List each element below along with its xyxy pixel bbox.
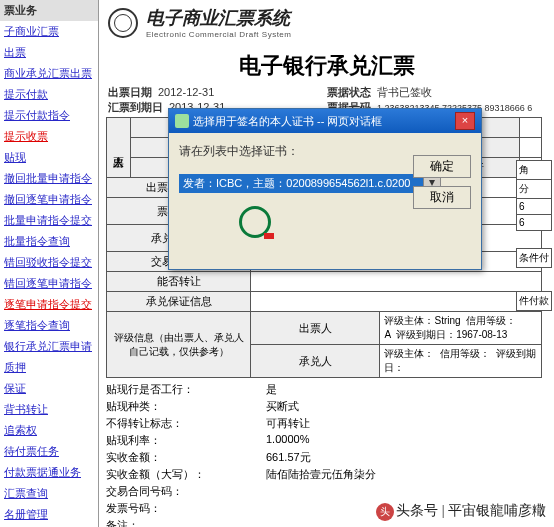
sidebar-item[interactable]: 撤回逐笔申请指令 xyxy=(0,189,98,210)
kv-row: 实收金额（大写）：陆佰陆拾壹元伍角柒分 xyxy=(106,467,554,482)
logo-area: 电子商业汇票系统 Electronic Commercial Draft Sys… xyxy=(100,0,554,45)
kv-row: 贴现行是否工行：是 xyxy=(106,382,554,397)
kv-value: 是 xyxy=(266,382,554,397)
sidebar-item[interactable]: 批量指令查询 xyxy=(0,231,98,252)
sidebar-item[interactable]: 汇票查询 xyxy=(0,483,98,504)
sidebar-item[interactable]: 撤回批量申请指令 xyxy=(0,168,98,189)
sidebar-item[interactable]: 子商业汇票 xyxy=(0,21,98,42)
sidebar-item[interactable]: 待付票任务 xyxy=(0,441,98,462)
dialog-ok-button[interactable]: 确定 xyxy=(413,155,471,178)
kv-key: 不得转让标志： xyxy=(106,416,266,431)
sidebar-item[interactable]: 名册管理 xyxy=(0,504,98,525)
kv-key: 贴现利率： xyxy=(106,433,266,448)
kv-row: 实收金额：661.57元 xyxy=(106,450,554,465)
kv-row: 贴现利率：1.0000% xyxy=(106,433,554,448)
kv-key: 贴现行是否工行： xyxy=(106,382,266,397)
sidebar-item[interactable]: 背书转让 xyxy=(0,399,98,420)
sidebar-item[interactable]: 追索权 xyxy=(0,420,98,441)
dialog-titlebar: 选择用于签名的本人证书 -- 网页对话框 × xyxy=(169,109,481,133)
kv-row: 交易合同号码： xyxy=(106,484,554,499)
kv-key: 实收金额： xyxy=(106,450,266,465)
cert-select[interactable]: 发者：ICBC，主题：0200899654562l1.c.0200 xyxy=(179,174,423,193)
due-date-label: 汇票到期日 xyxy=(108,101,163,113)
sidebar-item[interactable]: 错回驳收指令提交 xyxy=(0,252,98,273)
drawer-p: 出票人 xyxy=(251,312,380,345)
sidebar-item[interactable]: 提示付款 xyxy=(0,84,98,105)
kv-value xyxy=(266,484,554,499)
status-value: 背书已签收 xyxy=(377,86,432,98)
sidebar-item[interactable]: 逐笔申请指令提交 xyxy=(0,294,98,315)
sidebar-item[interactable]: 贴现 xyxy=(0,147,98,168)
sidebar-item[interactable]: 提示付款指令 xyxy=(0,105,98,126)
dialog-title-text: 选择用于签名的本人证书 -- 网页对话框 xyxy=(193,114,455,129)
kv-value: 可再转让 xyxy=(266,416,554,431)
status-label: 票据状态 xyxy=(327,86,371,98)
transfer-label: 能否转让 xyxy=(107,272,251,292)
cert-select-dialog: 选择用于签名的本人证书 -- 网页对话框 × 请在列表中选择证书： 发者：ICB… xyxy=(168,108,482,270)
logo-cn: 电子商业汇票系统 xyxy=(146,6,291,30)
kv-value: 1.0000% xyxy=(266,433,554,448)
kv-row: 不得转让标志：可再转让 xyxy=(106,416,554,431)
page-title: 电子银行承兑汇票 xyxy=(100,51,554,81)
sidebar: 票业务 子商业汇票出票商业承兑汇票出票提示付款提示付款指令提示收票贴现撤回批量申… xyxy=(0,0,99,527)
sidebar-item[interactable]: 商业承兑汇票出票 xyxy=(0,63,98,84)
sidebar-header: 票业务 xyxy=(0,0,98,21)
kv-key: 发票号码： xyxy=(106,501,266,516)
sidebar-item[interactable]: 批量申请指令提交 xyxy=(0,210,98,231)
accept-guar-label: 承兑保证信息 xyxy=(107,292,251,312)
sidebar-item[interactable]: 付款票据通业务 xyxy=(0,462,98,483)
sidebar-item[interactable]: 逐笔指令查询 xyxy=(0,315,98,336)
drawer-section: 出票人 xyxy=(107,118,131,178)
side-digit-cells: 角 分 6 6 条件付 件付款 xyxy=(516,160,552,310)
kv-value: 买断式 xyxy=(266,399,554,414)
dialog-close-button[interactable]: × xyxy=(455,112,475,130)
logo-icon xyxy=(108,8,138,38)
stamp-icon xyxy=(239,206,271,238)
kv-key: 交易合同号码： xyxy=(106,484,266,499)
sidebar-item[interactable]: 出票 xyxy=(0,42,98,63)
kv-key: 备注： xyxy=(106,518,266,527)
watermark: 头头条号 | 平宙银龍哺彦糤 xyxy=(376,502,546,521)
sidebar-item[interactable]: 质押 xyxy=(0,357,98,378)
rating-block-label: 评级信息（由出票人、承兑人自己记载，仅供参考） xyxy=(107,312,251,378)
logo-en: Electronic Commercial Draft System xyxy=(146,30,291,39)
kv-key: 实收金额（大写）： xyxy=(106,467,266,482)
issue-date-value: 2012-12-31 xyxy=(158,86,214,98)
dialog-icon xyxy=(175,114,189,128)
sidebar-item[interactable]: 提示收票 xyxy=(0,126,98,147)
sidebar-item[interactable]: 银行承兑汇票申请 xyxy=(0,336,98,357)
acceptor-p: 承兑人 xyxy=(251,345,380,378)
kv-value: 陆佰陆拾壹元伍角柒分 xyxy=(266,467,554,482)
dialog-cancel-button[interactable]: 取消 xyxy=(413,186,471,209)
kv-value: 661.57元 xyxy=(266,450,554,465)
issue-date-label: 出票日期 xyxy=(108,86,152,98)
sidebar-item[interactable]: 保证 xyxy=(0,378,98,399)
kv-row: 贴现种类：买断式 xyxy=(106,399,554,414)
sidebar-item[interactable]: 错回逐笔申请指令 xyxy=(0,273,98,294)
kv-key: 贴现种类： xyxy=(106,399,266,414)
